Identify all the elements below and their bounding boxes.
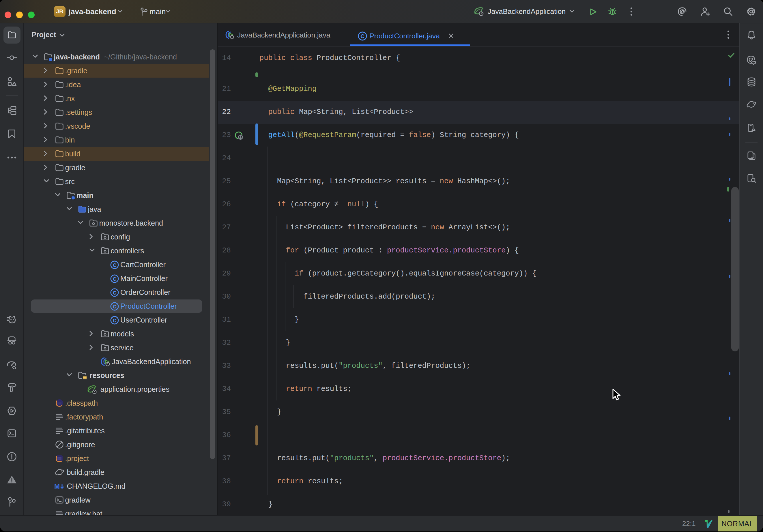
svg-text:M: M [54, 483, 60, 490]
svg-text:C: C [113, 263, 116, 268]
svg-text:C: C [113, 304, 116, 310]
svg-text:C: C [361, 33, 365, 39]
svg-text:C: C [113, 290, 116, 296]
svg-text:C: C [113, 318, 116, 323]
svg-text:C: C [113, 276, 116, 282]
